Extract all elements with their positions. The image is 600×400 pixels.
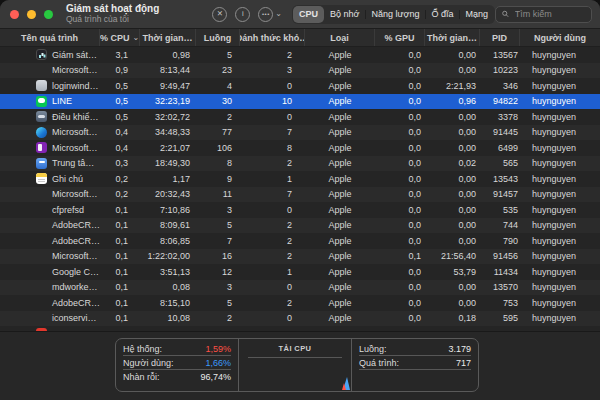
process-row[interactable]: Ghi chú0,21,1791Apple0,00,0013543huynguy… <box>0 171 600 187</box>
user: huynguyen <box>520 264 600 280</box>
gpu-percent: 0,0 <box>375 295 425 311</box>
gpu-time: 0,00 <box>425 140 480 156</box>
column-header-10[interactable]: Người dùng <box>520 29 600 46</box>
search-field[interactable] <box>495 6 592 23</box>
no-icon <box>36 189 47 200</box>
column-header-3[interactable]: Thời gian… <box>140 29 196 46</box>
process-name: Microsoft… <box>0 63 100 79</box>
segment-cpu[interactable]: CPU <box>293 6 324 23</box>
idle-wake-ups: 1 <box>240 264 305 280</box>
gpu-time: 0,00 <box>425 47 480 63</box>
no-icon <box>36 204 47 215</box>
process-row[interactable]: AdobeCR…0,18:06,8572Apple0,00,00790huyng… <box>0 233 600 249</box>
cpu-time: 1:22:02,00 <box>140 249 196 265</box>
sort-chevron-icon: ⌄ <box>132 33 139 42</box>
column-header-9[interactable]: PID <box>480 29 520 46</box>
process-row[interactable]: Microsoft…0,434:48,33777Apple0,00,009144… <box>0 125 600 141</box>
cpu-percent: 0,2 <box>100 187 140 203</box>
user: huynguyen <box>520 187 600 203</box>
threads: 12 <box>196 264 240 280</box>
cpu-load-graph: TẢI CPU <box>238 339 352 391</box>
process-name: Điều khiể… <box>0 109 100 125</box>
close-button[interactable] <box>10 10 19 19</box>
process-name-label: mdworke… <box>52 282 98 292</box>
gpu-time: 0,00 <box>425 63 480 79</box>
window-subtitle: Quá trình của tôi <box>66 15 159 25</box>
user-value: 1,66% <box>205 358 231 368</box>
cpu-time: 8:13,44 <box>140 63 196 79</box>
column-header-label: Tên quá trình <box>21 33 78 43</box>
threads-stat: Luồng: 3.179 <box>359 342 471 356</box>
column-header-8[interactable]: Thời gian… <box>425 29 480 46</box>
process-row[interactable]: Microsoft…0,11:22:02,00162Apple0,121:56,… <box>0 249 600 265</box>
gpu-time: 21:56,40 <box>425 249 480 265</box>
threads: 4 <box>196 78 240 94</box>
minimize-button[interactable] <box>27 10 36 19</box>
segment-ổ-đĩa[interactable]: Ổ đĩa <box>425 6 459 23</box>
zoom-button[interactable] <box>44 10 53 19</box>
notes-icon <box>36 173 47 184</box>
column-header-5[interactable]: Đánh thức khỏ… <box>240 29 305 46</box>
inspect-process-button[interactable]: i <box>235 7 250 22</box>
search-input[interactable] <box>513 8 585 20</box>
processes-stat: Quá trình: 717 <box>359 356 471 370</box>
process-name: Microsoft… <box>0 187 100 203</box>
idle-wake-ups: 10 <box>240 94 305 110</box>
gpu-percent: 0,0 <box>375 264 425 280</box>
process-row[interactable]: Điều khiể…0,532:02,7220Apple0,00,003378h… <box>0 109 600 125</box>
column-header-6[interactable]: Loại <box>305 29 375 46</box>
process-name-label: AdobeCR… <box>52 220 100 230</box>
pid: 10223 <box>480 63 520 79</box>
column-header-label: PID <box>492 33 507 43</box>
idle-wake-ups: 1 <box>240 171 305 187</box>
process-name-label: Microsoft… <box>52 143 98 153</box>
more-options-button[interactable]: ••• ⌄ <box>258 7 282 22</box>
process-row[interactable]: Trung tâ…0,318:49,3082Apple0,00,02565huy… <box>0 156 600 172</box>
column-header-4[interactable]: Luồng <box>196 29 240 46</box>
pid: 6499 <box>480 140 520 156</box>
cpu-time: 2:21,07 <box>140 140 196 156</box>
process-row[interactable]: mdworke…0,10,0830Apple0,00,0013570huyngu… <box>0 280 600 296</box>
process-row[interactable]: cfprefsd0,17:10,8630Apple0,00,00535huyng… <box>0 202 600 218</box>
column-header-7[interactable]: % GPU <box>375 29 425 46</box>
type: Apple <box>305 109 375 125</box>
segment-năng-lượng[interactable]: Năng lượng <box>365 6 425 23</box>
pid: 790 <box>480 233 520 249</box>
segment-mạng[interactable]: Mạng <box>459 6 494 23</box>
process-name: Trung tâ… <box>0 156 100 172</box>
threads-value: 3.179 <box>448 344 471 354</box>
process-row[interactable]: Microsoft…0,98:13,44233Apple0,00,0010223… <box>0 63 600 79</box>
process-row[interactable]: Google C…0,13:51,13121Apple0,053,7911434… <box>0 264 600 280</box>
segmented-control: CPUBộ nhớNăng lượngỔ đĩaMạng <box>292 5 495 24</box>
process-row[interactable]: AdobeCR…0,18:09,6152Apple0,00,00744huyng… <box>0 218 600 234</box>
process-name: loginwind… <box>0 78 100 94</box>
type: Apple <box>305 47 375 63</box>
process-row[interactable]: iconservi…0,110,0820Apple0,00,18595huyng… <box>0 311 600 327</box>
column-header-label: Thời gian… <box>427 33 477 43</box>
user: huynguyen <box>520 218 600 234</box>
column-header-1[interactable]: Tên quá trình <box>0 29 100 46</box>
idle-wake-ups: 3 <box>240 63 305 79</box>
threads: 9 <box>196 171 240 187</box>
process-name: LINE <box>0 94 100 110</box>
gpu-time: 0,18 <box>425 311 480 327</box>
process-row[interactable]: Giám sát…3,10,9852Apple0,00,0013567huyng… <box>0 47 600 63</box>
gpu-percent: 0,0 <box>375 233 425 249</box>
cpu-percent-stats: Hệ thống: 1,59% Người dùng: 1,66% Nhàn r… <box>116 339 238 391</box>
system-stat: Hệ thống: 1,59% <box>123 342 231 356</box>
cpu-percent: 3,1 <box>100 47 140 63</box>
process-name: Google C… <box>0 264 100 280</box>
cpu-time: 1,17 <box>140 171 196 187</box>
cpu-percent: 0,3 <box>100 156 140 172</box>
process-row[interactable]: LINE0,532:23,193010Apple0,00,9694822huyn… <box>0 94 600 110</box>
process-row[interactable]: Microsoft…0,220:32,43117Apple0,00,009145… <box>0 187 600 203</box>
column-header-2[interactable]: % CPU⌄ <box>100 29 140 46</box>
process-row[interactable]: loginwind…0,59:49,4740Apple0,02:21,93346… <box>0 78 600 94</box>
gpu-percent: 0,0 <box>375 218 425 234</box>
user: huynguyen <box>520 94 600 110</box>
process-row[interactable]: AdobeCR…0,18:15,1052Apple0,00,00753huyng… <box>0 295 600 311</box>
quit-process-button[interactable]: ✕ <box>212 7 227 22</box>
segment-bộ-nhớ[interactable]: Bộ nhớ <box>324 6 365 23</box>
process-row[interactable]: Microsoft…0,42:21,071068Apple0,00,006499… <box>0 140 600 156</box>
column-header-label: Đánh thức khỏ… <box>240 33 305 43</box>
